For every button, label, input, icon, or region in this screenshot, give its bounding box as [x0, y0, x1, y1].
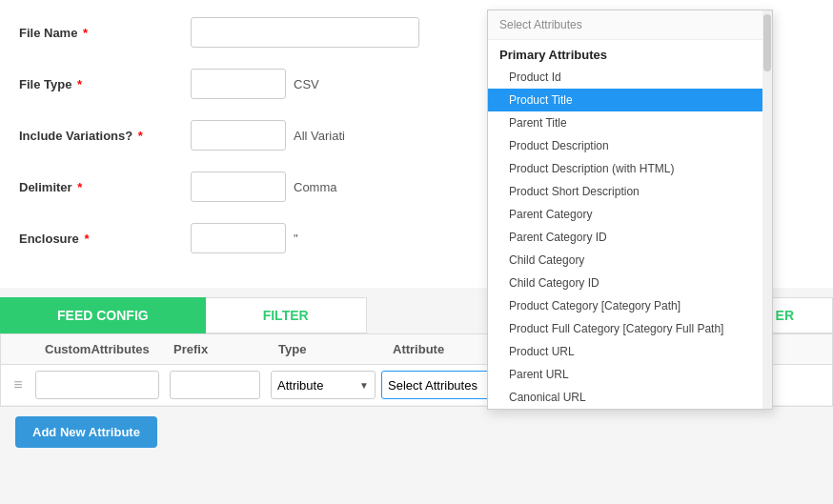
- custom-attr-input[interactable]: [35, 371, 159, 399]
- dropdown-item-11[interactable]: Product Full Category [Category Full Pat…: [488, 317, 772, 340]
- dropdown-item-5[interactable]: Product Short Description: [488, 180, 772, 203]
- add-attribute-section: Add New Attribute: [0, 407, 833, 457]
- file-name-input[interactable]: [191, 17, 419, 48]
- include-variations-input[interactable]: [191, 120, 286, 151]
- dropdown-section-primary: Primary Attributes: [488, 40, 772, 66]
- dropdown-item-0[interactable]: Product Id: [488, 66, 772, 89]
- file-type-value: CSV: [294, 77, 319, 91]
- include-variations-value: All Variati: [294, 129, 345, 143]
- drag-col-header: [1, 342, 35, 356]
- enclosure-label: Enclosure *: [19, 232, 191, 246]
- type-select-container: Attribute ▼: [271, 371, 376, 399]
- dropdown-item-12[interactable]: Product URL: [488, 340, 772, 363]
- prefix-col-header: Prefix: [173, 342, 278, 356]
- dropdown-item-15[interactable]: External Product URL: [488, 409, 772, 410]
- dropdown-item-2[interactable]: Parent Title: [488, 111, 772, 134]
- delimiter-label: Delimiter *: [19, 180, 191, 194]
- dropdown-items-container: Product IdProduct TitleParent TitleProdu…: [488, 66, 772, 410]
- select-attributes-dropdown: Select Attributes Primary Attributes Pro…: [487, 10, 773, 410]
- type-col-header: Type: [278, 342, 393, 356]
- delimiter-value: Comma: [294, 180, 337, 194]
- type-select[interactable]: Attribute ▼: [271, 371, 376, 399]
- type-select-value: Attribute: [277, 378, 323, 393]
- delimiter-input[interactable]: [191, 171, 286, 202]
- enclosure-value: ": [294, 232, 298, 246]
- attr-select-value: Select Attributes: [388, 378, 477, 393]
- file-type-label: File Type *: [19, 77, 191, 91]
- add-new-attribute-button[interactable]: Add New Attribute: [15, 416, 157, 448]
- dropdown-item-3[interactable]: Product Description: [488, 134, 772, 157]
- dropdown-item-1[interactable]: Product Title: [488, 89, 772, 111]
- prefix-input[interactable]: [170, 371, 260, 399]
- dropdown-item-9[interactable]: Child Category ID: [488, 272, 772, 294]
- scrollbar[interactable]: [762, 10, 772, 409]
- file-name-label: File Name *: [19, 26, 191, 40]
- dropdown-item-14[interactable]: Canonical URL: [488, 386, 772, 409]
- dropdown-title: Select Attributes: [488, 10, 772, 40]
- type-dropdown-arrow-icon: ▼: [359, 380, 369, 391]
- enclosure-input[interactable]: [191, 223, 286, 253]
- drag-handle-icon[interactable]: ≡: [1, 376, 35, 393]
- dropdown-item-13[interactable]: Parent URL: [488, 363, 772, 386]
- file-type-input[interactable]: [191, 69, 286, 99]
- include-variations-label: Include Variations? *: [19, 129, 191, 143]
- dropdown-item-7[interactable]: Parent Category ID: [488, 226, 772, 249]
- tab-filter[interactable]: FILTER: [206, 297, 367, 333]
- custom-attr-col-header: CustomAttributes: [35, 342, 173, 356]
- scrollbar-thumb: [763, 14, 771, 71]
- dropdown-item-6[interactable]: Parent Category: [488, 203, 772, 226]
- dropdown-item-10[interactable]: Product Category [Category Path]: [488, 294, 772, 317]
- tab-feed-config[interactable]: FEED CONFIG: [0, 297, 206, 333]
- dropdown-item-4[interactable]: Product Description (with HTML): [488, 157, 772, 180]
- dropdown-item-8[interactable]: Child Category: [488, 249, 772, 272]
